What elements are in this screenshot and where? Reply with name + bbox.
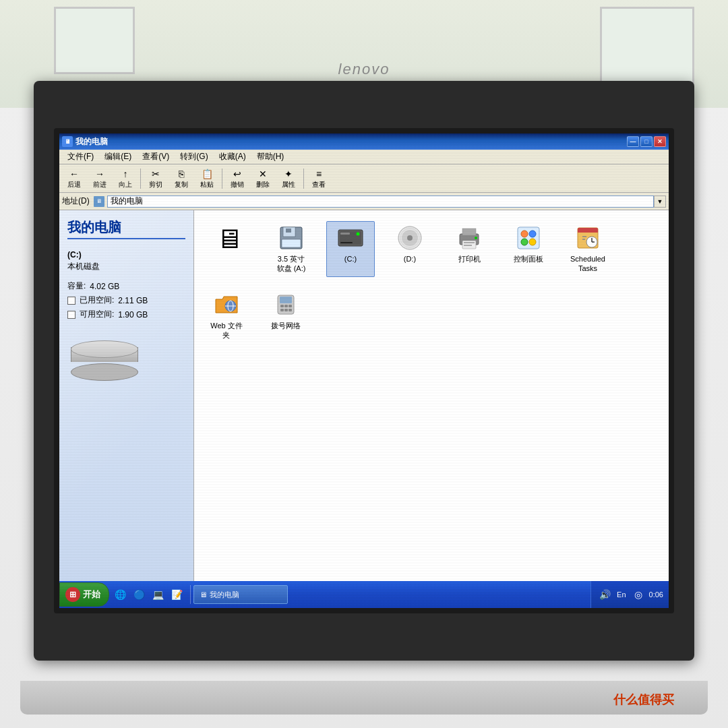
svg-point-23 (529, 239, 536, 245)
web-folder-img (213, 291, 240, 318)
control-panel-label: 控制面板 (514, 254, 543, 264)
c-drive-icon[interactable]: (C:) (326, 221, 375, 277)
toolbar: ← 后退 → 前进 ↑ 向上 ✂ (59, 164, 669, 193)
forward-button[interactable]: → 前进 (88, 166, 112, 191)
dialup-icon[interactable]: 拨号网络 (262, 288, 310, 344)
address-dropdown[interactable]: ▼ (654, 195, 666, 208)
tray-lang[interactable]: En (615, 590, 627, 599)
drive-info: (C:) 本机磁盘 容量: 4.02 GB 已用空间: 2.11 GB (67, 250, 185, 381)
toolbar-sep-2 (222, 169, 222, 189)
left-panel: 我的电脑 (C:) 本机磁盘 容量: 4.02 GB (59, 210, 194, 593)
free-checkbox (67, 311, 75, 319)
cut-button[interactable]: ✂ 剪切 (144, 166, 168, 191)
web-folder-label: Web 文件夹 (210, 321, 242, 340)
properties-button[interactable]: ✦ 属性 (276, 166, 301, 191)
computer-icon: 🖥 (216, 224, 243, 254)
my-computer-icon: 🖥 (202, 221, 256, 277)
back-button[interactable]: ← 后退 (62, 166, 86, 191)
cut-icon: ✂ (149, 168, 162, 180)
close-button[interactable]: ✕ (654, 136, 666, 147)
free-label: 可用空间: (80, 309, 114, 320)
delete-icon: ✕ (256, 168, 270, 180)
toolbar-sep-1 (140, 169, 141, 189)
svg-point-18 (475, 237, 477, 239)
svg-rect-40 (280, 309, 284, 311)
quicklaunch-icon-3[interactable]: 💻 (150, 586, 166, 603)
used-label: 已用空间: (80, 295, 114, 306)
laptop-frame: lenovo 🖥 我的电脑 — □ ✕ (0, 0, 728, 728)
address-computer-icon: 🖥 (94, 196, 104, 207)
view-icon: ≡ (312, 168, 326, 180)
d-drive-icon[interactable]: (D:) (386, 221, 434, 277)
back-icon: ← (67, 168, 81, 180)
svg-rect-17 (464, 245, 472, 246)
tray-icon-1[interactable]: 🔊 (597, 586, 613, 603)
c-drive-label: (C:) (344, 254, 357, 264)
control-panel-img (515, 224, 542, 251)
room-window-right (600, 7, 694, 88)
content-area: 我的电脑 (C:) 本机磁盘 容量: 4.02 GB (59, 210, 669, 593)
drive-sublabel: 本机磁盘 (67, 261, 185, 272)
title-bar-title: 我的电脑 (75, 136, 627, 148)
icons-grid: 🖥 (200, 218, 663, 346)
menu-favorites[interactable]: 收藏(A) (214, 150, 251, 164)
printer-img (456, 224, 483, 251)
menu-view[interactable]: 查看(V) (137, 150, 175, 164)
title-bar-icon: 🖥 (62, 136, 73, 147)
panel-underline (67, 238, 185, 239)
used-value: 2.11 GB (118, 296, 148, 305)
printer-icon[interactable]: 打印机 (445, 221, 493, 277)
address-input[interactable]: 我的电脑 (107, 195, 654, 208)
taskbar-window-icon: 🖥 (200, 590, 207, 599)
copy-button[interactable]: ⎘ 复制 (169, 166, 193, 191)
address-label: 地址(D) (62, 195, 90, 207)
clock: 0:06 (649, 590, 663, 599)
delete-button[interactable]: ✕ 删除 (251, 166, 275, 191)
control-panel-icon[interactable]: 控制面板 (504, 221, 553, 277)
up-button[interactable]: ↑ 向上 (113, 166, 138, 191)
maximize-button[interactable]: □ (640, 136, 653, 147)
menu-bar: 文件(F) 编辑(E) 查看(V) 转到(G) 收藏(A) 帮助(H) (59, 150, 669, 164)
svg-rect-16 (464, 242, 475, 243)
disk-graphic (67, 334, 185, 381)
svg-rect-26 (578, 231, 598, 233)
start-button[interactable]: ⊞ 开始 (59, 582, 109, 607)
taskbar-window-mycomputer[interactable]: 🖥 我的电脑 (193, 585, 288, 604)
minimize-button[interactable]: — (627, 136, 639, 147)
svg-point-11 (407, 235, 413, 241)
svg-point-7 (357, 233, 360, 236)
quicklaunch-icon-2[interactable]: 🔵 (131, 586, 147, 603)
paste-button[interactable]: 📋 粘贴 (195, 166, 219, 191)
taskbar: ⊞ 开始 🌐 🔵 💻 📝 🖥 我的电脑 (59, 581, 669, 608)
capacity-stat: 容量: 4.02 GB (67, 280, 185, 292)
watermark: 什么值得买 (613, 692, 674, 708)
floppy-label: 3.5 英寸软盘 (A:) (277, 254, 306, 274)
undo-button[interactable]: ↩ 撤销 (225, 166, 249, 191)
menu-go[interactable]: 转到(G) (175, 150, 213, 164)
quicklaunch-icon-1[interactable]: 🌐 (112, 586, 128, 603)
toolbar-sep-3 (303, 169, 304, 189)
svg-rect-36 (280, 297, 292, 303)
printer-label: 打印机 (458, 254, 481, 264)
view-button[interactable]: ≡ 查看 (307, 166, 331, 191)
quicklaunch-icon-4[interactable]: 📝 (169, 586, 185, 603)
web-folder-icon[interactable]: Web 文件夹 (202, 288, 251, 344)
used-checkbox (67, 297, 75, 305)
drive-label: (C:) (67, 250, 185, 260)
start-label: 开始 (83, 588, 100, 601)
svg-rect-37 (280, 305, 284, 307)
svg-rect-42 (289, 309, 292, 311)
capacity-value: 4.02 GB (90, 282, 119, 291)
svg-rect-41 (284, 309, 288, 311)
address-bar: 地址(D) 🖥 我的电脑 ▼ (59, 193, 669, 210)
capacity-label: 容量: (67, 280, 86, 292)
menu-help[interactable]: 帮助(H) (251, 150, 290, 164)
svg-rect-38 (284, 305, 288, 307)
tray-icon-3[interactable]: ◎ (630, 586, 646, 603)
svg-rect-2 (286, 229, 291, 233)
menu-edit[interactable]: 编辑(E) (99, 150, 137, 164)
scheduled-tasks-icon[interactable]: ScheduledTasks (564, 221, 612, 277)
windows-xp-desktop: 🖥 我的电脑 — □ ✕ 文件(F) 编辑(E) 查看(V) 转到(G) (59, 133, 669, 608)
floppy-drive-icon[interactable]: 3.5 英寸软盘 (A:) (267, 221, 315, 277)
menu-file[interactable]: 文件(F) (62, 150, 99, 164)
